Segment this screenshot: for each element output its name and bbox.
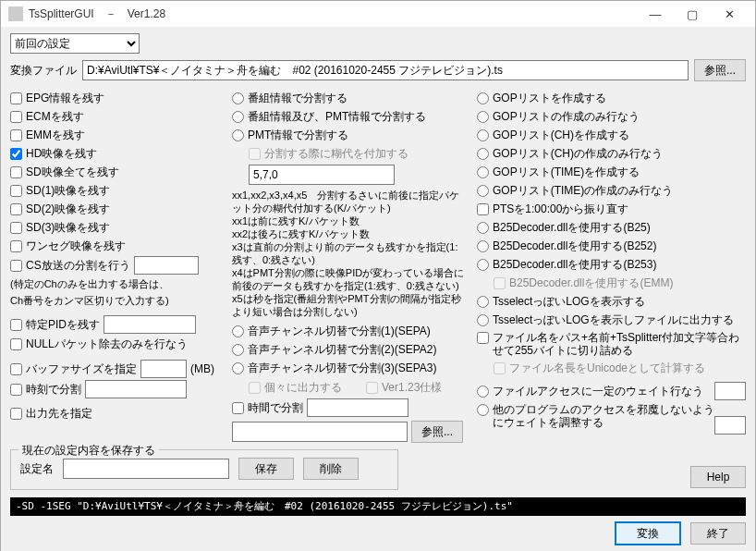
tslogfile-radio[interactable]: TsselectっぽいLOGを表示しファイルに出力する <box>477 311 746 329</box>
sepa3-radio[interactable]: 音声チャンネル切替で分割(3)(SEPA3) <box>232 359 468 377</box>
sd2-checkbox[interactable]: SD(2)映像を残す <box>10 200 223 218</box>
split-pmt-radio[interactable]: PMT情報で分割する <box>232 126 468 144</box>
output-checkbox[interactable]: 出力先を指定 <box>10 404 92 422</box>
filewait-input[interactable] <box>714 382 746 400</box>
sdall-checkbox[interactable]: SD映像全てを残す <box>10 163 223 181</box>
sd3-checkbox[interactable]: SD(3)映像を残す <box>10 218 223 237</box>
exit-button[interactable]: 終了 <box>690 522 746 545</box>
file-input[interactable] <box>82 60 689 80</box>
pid-input[interactable] <box>104 315 196 334</box>
split-prog-radio[interactable]: 番組情報で分割する <box>232 89 468 107</box>
preset-select[interactable]: 前回の設定 <box>10 33 140 54</box>
b25-radio[interactable]: B25Decoder.dllを使用する(B25) <box>477 218 746 237</box>
overlap-notes: xx1,xx2,x3,x4,x5 分割するさいに前後に指定パケット分の糊代付加す… <box>232 189 468 318</box>
help-button[interactable]: Help <box>690 466 746 488</box>
save-button[interactable]: 保存 <box>238 458 294 480</box>
gop-time-radio[interactable]: GOPリスト(TIME)を作成する <box>477 163 746 181</box>
right-column: GOPリストを作成する GOPリストの作成のみ行なう GOPリスト(CH)を作成… <box>477 89 746 442</box>
browse-button[interactable]: 参照... <box>694 59 746 81</box>
gop-makeonly-radio[interactable]: GOPリストの作成のみ行なう <box>477 107 746 126</box>
mid-column: 番組情報で分割する 番組情報及び、PMT情報で分割する PMT情報で分割する 分… <box>232 89 468 442</box>
oneseg-checkbox[interactable]: ワンセグ映像を残す <box>10 237 223 255</box>
cs-note1: (特定のChのみを出力する場合は、 <box>10 277 223 290</box>
buffer-unit: (MB) <box>190 362 214 375</box>
b253-radio[interactable]: B25Decoder.dllを使用する(B253) <box>477 255 746 274</box>
overlap-input[interactable] <box>249 165 395 185</box>
pid-checkbox[interactable]: 特定PIDを残す <box>10 315 100 334</box>
emm-checkbox[interactable]: EMMを残す <box>10 126 223 144</box>
cs-input[interactable] <box>134 256 199 275</box>
epg-checkbox[interactable]: EPG情報を残す <box>10 89 223 107</box>
save-legend: 現在の設定内容を保存する <box>18 443 159 459</box>
sepa1-radio[interactable]: 音声チャンネル切替で分割(1)(SEPA) <box>232 322 468 340</box>
gop-chonly-radio[interactable]: GOPリスト(CH)の作成のみ行なう <box>477 144 746 163</box>
cs-checkbox[interactable]: CS放送の分割を行う <box>10 256 130 275</box>
convert-button[interactable]: 変換 <box>615 521 681 545</box>
gop-ch-radio[interactable]: GOPリスト(CH)を作成する <box>477 126 746 144</box>
titlebar: TsSplitterGUI － Ver1.28 — ▢ ✕ <box>1 1 755 28</box>
timespan-input[interactable] <box>307 398 408 417</box>
indiv-checkbox[interactable]: 個々に出力する <box>249 378 342 397</box>
unicode-checkbox[interactable]: ファイル名長をUnicodeとして計算する <box>494 359 746 377</box>
sepa2-radio[interactable]: 音声チャンネル切替で分割(2)(SEPA2) <box>232 340 468 359</box>
time-input[interactable] <box>85 380 187 398</box>
timespan-checkbox[interactable]: 時間で分割 <box>232 398 303 417</box>
overlap-checkbox[interactable]: 分割する際に糊代を付加する <box>249 144 468 163</box>
emm-b25-checkbox[interactable]: B25Decoder.dllを使用する(EMM) <box>494 274 746 292</box>
delete-button[interactable]: 削除 <box>303 458 359 480</box>
split-progpmt-radio[interactable]: 番組情報及び、PMT情報で分割する <box>232 107 468 126</box>
window-title: TsSplitterGUI － Ver1.28 <box>29 6 165 22</box>
app-icon <box>8 6 23 21</box>
save-group: 現在の設定内容を保存する 設定名 保存 削除 <box>10 449 398 490</box>
fname-checkbox[interactable]: ファイル名をパス+名前+TsSplitter付加文字等合わせて255バイトに切り… <box>477 329 746 359</box>
cs-note2: Ch番号をカンマ区切りで入力する) <box>10 294 223 307</box>
filewait-radio[interactable]: ファイルアクセスに一定のウェイト行なう <box>477 382 703 400</box>
buffer-input[interactable] <box>140 360 187 378</box>
gop-timeonly-radio[interactable]: GOPリスト(TIME)の作成のみ行なう <box>477 181 746 200</box>
otherwait-radio[interactable]: 他のプログラムのアクセスを邪魔しないようにウェイトを調整する <box>477 401 714 431</box>
b252-radio[interactable]: B25Decoder.dllを使用する(B252) <box>477 237 746 255</box>
otherwait-input[interactable] <box>714 416 746 435</box>
time-checkbox[interactable]: 時刻で分割 <box>10 380 81 398</box>
tslog-radio[interactable]: TsselectっぽいLOGを表示する <box>477 292 746 311</box>
file-label: 変換ファイル <box>10 63 77 79</box>
buffer-checkbox[interactable]: バッファサイズを指定 <box>10 360 137 378</box>
close-button[interactable]: ✕ <box>711 1 748 27</box>
hd-checkbox[interactable]: HD映像を残す <box>10 144 223 163</box>
maximize-button[interactable]: ▢ <box>674 1 711 27</box>
command-line: -SD -1SEG "D:¥AviUtl¥TS¥＜ノイタミナ＞舟を編む #02 … <box>10 497 746 516</box>
pts-checkbox[interactable]: PTSを1:00:00から振り直す <box>477 200 746 218</box>
ecm-checkbox[interactable]: ECMを残す <box>10 107 223 126</box>
minimize-button[interactable]: — <box>637 1 674 27</box>
output-path-input[interactable] <box>232 422 408 442</box>
v123-checkbox[interactable]: Ver1.23仕様 <box>366 378 442 397</box>
content-area: 前回の設定 変換ファイル 参照... EPG情報を残す ECMを残す EMMを残… <box>1 28 755 551</box>
left-column: EPG情報を残す ECMを残す EMMを残す HD映像を残す SD映像全てを残す… <box>10 89 223 442</box>
main-window: TsSplitterGUI － Ver1.28 — ▢ ✕ 前回の設定 変換ファ… <box>0 0 756 551</box>
sd1-checkbox[interactable]: SD(1)映像を残す <box>10 181 223 200</box>
null-checkbox[interactable]: NULLパケット除去のみを行なう <box>10 335 223 353</box>
gop-make-radio[interactable]: GOPリストを作成する <box>477 89 746 107</box>
output-browse-button[interactable]: 参照... <box>411 421 463 443</box>
setting-name-label: 設定名 <box>20 461 54 477</box>
setting-name-input[interactable] <box>63 459 229 479</box>
